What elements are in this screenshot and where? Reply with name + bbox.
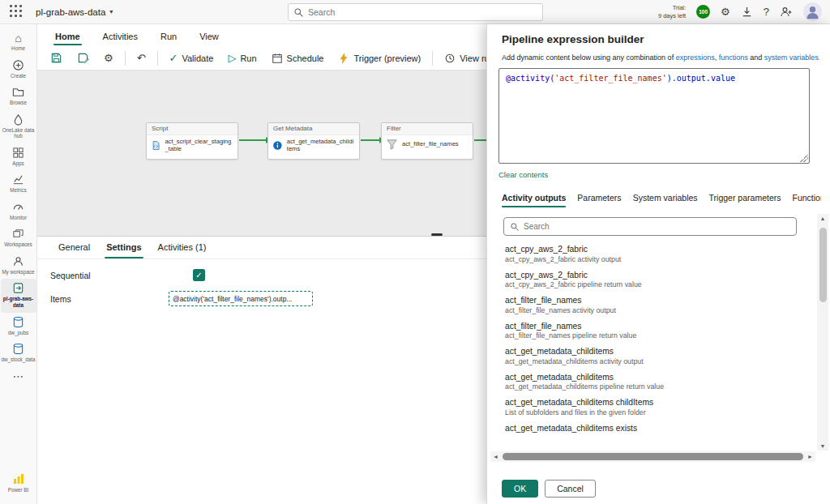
clear-contents-link[interactable]: Clear contents	[498, 170, 548, 179]
tab-general[interactable]: General	[50, 237, 98, 258]
items-expression-input[interactable]	[169, 291, 313, 306]
tab-functions[interactable]: Functions	[792, 190, 821, 208]
toolbar-separator	[432, 51, 433, 66]
warehouse-icon	[12, 343, 24, 355]
schedule-button[interactable]: Schedule	[268, 50, 327, 66]
activity-node-script[interactable]: Script act_script_clear_staging_table	[146, 122, 238, 160]
ribbon-tab-run[interactable]: Run	[151, 28, 186, 46]
search-icon	[510, 222, 520, 232]
ribbon-tab-view[interactable]: View	[190, 28, 229, 46]
sidebar-item-apps[interactable]: Apps	[1, 143, 36, 171]
builder-footer: OK Cancel	[502, 480, 596, 498]
onelake-droplet-icon	[12, 113, 24, 126]
warehouse-icon	[12, 316, 24, 328]
pipeline-settings-button[interactable]: ⚙	[101, 50, 117, 66]
sidebar-item-pipeline[interactable]: pl-grab-aws-data	[1, 279, 36, 312]
ribbon-tab-home[interactable]: Home	[45, 28, 90, 46]
global-search-input[interactable]	[308, 7, 537, 17]
builder-search[interactable]	[503, 217, 797, 236]
sidebar-item-my-workspace[interactable]: My workspace	[1, 252, 36, 280]
ribbon-tab-activities[interactable]: Activities	[93, 28, 148, 46]
validate-button[interactable]: ✓ Validate	[166, 50, 217, 66]
sidebar-item-more[interactable]: ⋯	[1, 367, 36, 386]
list-item[interactable]: act_filter_file_names act_filter_file_na…	[503, 318, 802, 344]
tab-activity-outputs[interactable]: Activity outputs	[502, 190, 566, 208]
ok-button[interactable]: OK	[502, 480, 538, 498]
system-variables-link[interactable]: system variables	[764, 53, 819, 62]
undo-button[interactable]: ↶	[134, 50, 149, 66]
functions-link[interactable]: functions	[719, 53, 748, 62]
save-as-button[interactable]	[74, 49, 92, 66]
help-icon[interactable]: ?	[764, 6, 769, 17]
vertical-scrollbar[interactable]: ▲ ▼	[817, 214, 828, 451]
sidebar-item-onelake[interactable]: OneLake data hub	[1, 110, 36, 143]
node-type-label: Script	[147, 123, 237, 135]
expression-editor[interactable]: @activity('act_filter_file_names').outpu…	[498, 68, 810, 164]
connector-arrow	[239, 139, 267, 141]
scroll-right-icon[interactable]: ►	[805, 454, 815, 459]
user-avatar[interactable]	[803, 2, 822, 21]
metrics-chart-icon	[12, 173, 24, 186]
app-launcher-icon[interactable]	[10, 5, 24, 19]
sidebar-item-dw-stock-data[interactable]: dw_stock_data	[1, 340, 36, 367]
horizontal-scroll-thumb[interactable]	[503, 453, 803, 460]
builder-tabs: Activity outputs Parameters System varia…	[502, 190, 821, 208]
sidebar-item-dw-pubs[interactable]: dw_pubs	[1, 313, 36, 340]
tab-settings[interactable]: Settings	[98, 237, 149, 258]
sidebar-item-monitor[interactable]: Monitor	[1, 198, 36, 225]
trial-label: Trial:	[658, 4, 686, 11]
feedback-person-icon[interactable]	[780, 6, 793, 19]
sidebar-item-metrics[interactable]: Metrics	[1, 170, 36, 198]
expression-builder-panel: Pipeline expression builder Add dynamic …	[486, 24, 830, 504]
points-badge[interactable]: 100	[696, 5, 710, 19]
trigger-preview-button[interactable]: Trigger (preview)	[335, 50, 424, 66]
list-item[interactable]: act_get_metadata_childitems childItems L…	[503, 395, 802, 421]
sidebar-item-create[interactable]: Create	[1, 56, 36, 83]
global-search[interactable]	[288, 3, 543, 21]
panel-description: Add dynamic content below using any comb…	[502, 53, 819, 62]
gear-icon: ⚙	[104, 53, 113, 63]
pipeline-icon	[12, 282, 24, 294]
node-name: act_get_metadata_childitems	[287, 138, 355, 152]
activity-node-filter[interactable]: Filter act_filter_file_names	[381, 122, 473, 160]
panel-resize-handle[interactable]	[431, 233, 443, 236]
sidebar-item-workspaces[interactable]: Workspaces	[1, 224, 36, 252]
horizontal-scrollbar[interactable]: ◄ ►	[490, 451, 815, 462]
save-button[interactable]	[47, 49, 66, 66]
tab-trigger-parameters[interactable]: Trigger parameters	[709, 190, 781, 208]
list-item[interactable]: act_get_metadata_childitems act_get_meta…	[503, 344, 802, 369]
editor-resize-grip[interactable]	[800, 154, 808, 162]
list-item[interactable]: act_get_metadata_childitems act_get_meta…	[503, 369, 802, 395]
list-item[interactable]: act_cpy_aws_2_fabric act_cpy_aws_2_fabri…	[503, 241, 802, 267]
list-item[interactable]: act_get_metadata_childitems exists	[503, 421, 802, 438]
builder-search-input[interactable]	[524, 222, 790, 231]
scroll-left-icon[interactable]: ◄	[490, 454, 501, 459]
sidebar-item-power-bi[interactable]: Power BI	[1, 469, 36, 498]
sequential-checkbox[interactable]: ✓	[193, 269, 205, 281]
sidebar-item-browse[interactable]: Browse	[1, 83, 36, 110]
scroll-down-icon[interactable]: ▼	[820, 442, 826, 451]
list-item[interactable]: act_filter_file_names act_filter_file_na…	[503, 293, 802, 318]
chevron-down-icon: ▾	[109, 8, 113, 15]
plus-circle-icon	[12, 59, 24, 71]
settings-gear-icon[interactable]: ⚙	[721, 6, 730, 17]
run-button[interactable]: ▷ Run	[225, 50, 259, 66]
person-icon	[803, 2, 822, 21]
current-item-menu[interactable]: pl-grab-aws-data ▾	[36, 7, 113, 17]
calendar-icon	[272, 53, 283, 64]
cancel-button[interactable]: Cancel	[545, 480, 596, 498]
sidebar-item-home[interactable]: ⌂ Home	[1, 29, 36, 56]
list-item[interactable]: act_cpy_aws_2_fabric act_cpy_aws_2_fabri…	[503, 267, 802, 293]
tab-system-variables[interactable]: System variables	[633, 190, 698, 208]
expressions-link[interactable]: expressions	[676, 53, 715, 62]
scroll-up-icon[interactable]: ▲	[820, 214, 826, 223]
vertical-scroll-thumb[interactable]	[819, 228, 827, 302]
tab-activities[interactable]: Activities (1)	[150, 237, 215, 258]
tab-parameters[interactable]: Parameters	[577, 190, 621, 208]
items-label: Items	[50, 294, 169, 304]
activity-node-get-metadata[interactable]: Get Metadata act_get_metadata_childitems	[267, 122, 360, 160]
download-icon[interactable]	[741, 6, 753, 18]
person-icon	[12, 255, 24, 267]
home-icon: ⌂	[15, 32, 21, 44]
save-as-icon	[77, 52, 89, 64]
